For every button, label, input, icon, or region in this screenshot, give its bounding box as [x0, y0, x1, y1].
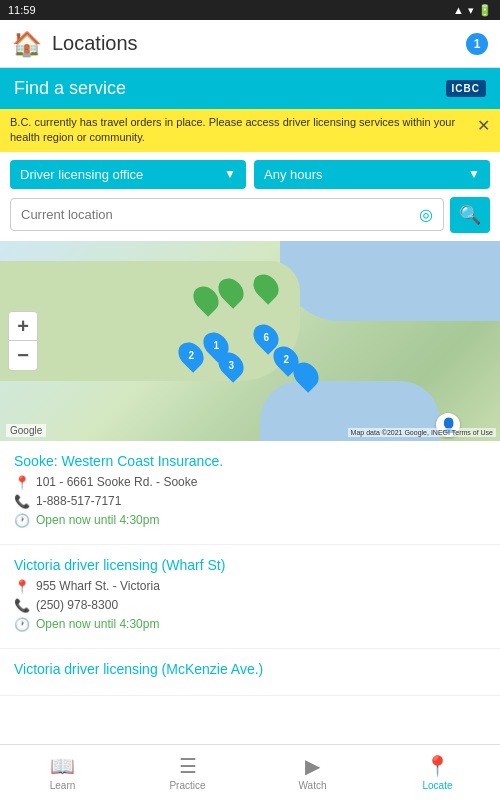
search-icon: 🔍 — [459, 204, 481, 226]
dropdowns-row: Driver licensing office ▼ Any hours ▼ — [0, 152, 500, 197]
result-phone[interactable]: 📞 (250) 978-8300 — [14, 598, 486, 613]
find-service-bar: Find a service ICBC — [0, 68, 500, 109]
notification-badge[interactable]: 1 — [466, 33, 488, 55]
location-icon: ◎ — [419, 205, 433, 224]
practice-label: Practice — [169, 780, 205, 791]
hours-dropdown[interactable]: Any hours ▼ — [254, 160, 490, 189]
warning-close-button[interactable]: ✕ — [477, 115, 490, 137]
map-area[interactable]: 2 1 6 3 2 + − Google 👤 Map data ©2021 Go… — [0, 241, 500, 441]
service-type-label: Driver licensing office — [20, 167, 143, 182]
status-icons: ▲ ▾ 🔋 — [453, 4, 492, 17]
wifi-icon: ▾ — [468, 4, 474, 17]
result-hours: 🕐 Open now until 4:30pm — [14, 513, 486, 528]
map-marker[interactable]: 3 — [220, 351, 242, 379]
result-name[interactable]: Sooke: Western Coast Insurance. — [14, 453, 486, 469]
results-list: Sooke: Western Coast Insurance. 📍 101 - … — [0, 441, 500, 749]
search-button[interactable]: 🔍 — [450, 197, 490, 233]
map-marker[interactable] — [220, 277, 242, 305]
bottom-nav: 📖 Learn ☰ Practice ▶ Watch 📍 Locate — [0, 744, 500, 800]
result-phone[interactable]: 📞 1-888-517-7171 — [14, 494, 486, 509]
service-type-dropdown[interactable]: Driver licensing office ▼ — [10, 160, 246, 189]
warning-text: B.C. currently has travel orders in plac… — [10, 115, 471, 146]
map-controls: + − — [8, 311, 38, 371]
zoom-out-button[interactable]: − — [8, 341, 38, 371]
map-water-top — [280, 241, 500, 321]
address-text: 955 Wharf St. - Victoria — [36, 579, 160, 593]
icbc-logo: ICBC — [446, 80, 486, 97]
hours-label: Any hours — [264, 167, 323, 182]
hours-text: Open now until 4:30pm — [36, 617, 159, 631]
map-background — [0, 241, 500, 441]
phone-icon: 📞 — [14, 494, 30, 509]
home-icon: 🏠 — [12, 30, 42, 58]
map-marker[interactable] — [255, 273, 277, 301]
map-marker[interactable] — [295, 361, 317, 389]
top-bar: 🏠 Locations 1 — [0, 20, 500, 68]
result-address: 📍 101 - 6661 Sooke Rd. - Sooke — [14, 475, 486, 490]
search-input[interactable] — [21, 207, 419, 222]
learn-icon: 📖 — [50, 754, 75, 778]
practice-icon: ☰ — [179, 754, 197, 778]
map-marker[interactable]: 6 — [255, 323, 277, 351]
google-attribution: Google — [6, 424, 46, 437]
zoom-in-button[interactable]: + — [8, 311, 38, 341]
watch-label: Watch — [299, 780, 327, 791]
phone-text: 1-888-517-7171 — [36, 494, 121, 508]
search-input-wrapper: ◎ — [10, 198, 444, 231]
signal-icon: ▲ — [453, 4, 464, 16]
find-service-label: Find a service — [14, 78, 126, 99]
phone-icon: 📞 — [14, 598, 30, 613]
result-name[interactable]: Victoria driver licensing (McKenzie Ave.… — [14, 661, 486, 677]
status-time: 11:59 — [8, 4, 36, 16]
phone-text: (250) 978-8300 — [36, 598, 118, 612]
result-address: 📍 955 Wharf St. - Victoria — [14, 579, 486, 594]
location-pin-icon: 📍 — [14, 579, 30, 594]
map-marker[interactable]: 2 — [180, 341, 202, 369]
nav-item-watch[interactable]: ▶ Watch — [250, 745, 375, 800]
result-item[interactable]: Victoria driver licensing (Wharf St) 📍 9… — [0, 545, 500, 649]
result-name[interactable]: Victoria driver licensing (Wharf St) — [14, 557, 486, 573]
warning-banner: B.C. currently has travel orders in plac… — [0, 109, 500, 152]
locate-label: Locate — [422, 780, 452, 791]
result-item[interactable]: Victoria driver licensing (McKenzie Ave.… — [0, 649, 500, 696]
map-terms: Map data ©2021 Google, INEGI Terms of Us… — [348, 428, 496, 437]
nav-item-locate[interactable]: 📍 Locate — [375, 745, 500, 800]
search-row: ◎ 🔍 — [0, 197, 500, 241]
address-text: 101 - 6661 Sooke Rd. - Sooke — [36, 475, 197, 489]
battery-icon: 🔋 — [478, 4, 492, 17]
page-title: Locations — [52, 32, 466, 55]
nav-item-practice[interactable]: ☰ Practice — [125, 745, 250, 800]
learn-label: Learn — [50, 780, 76, 791]
nav-item-learn[interactable]: 📖 Learn — [0, 745, 125, 800]
hours-arrow: ▼ — [468, 167, 480, 181]
result-item[interactable]: Sooke: Western Coast Insurance. 📍 101 - … — [0, 441, 500, 545]
locate-icon: 📍 — [425, 754, 450, 778]
location-pin-icon: 📍 — [14, 475, 30, 490]
result-hours: 🕐 Open now until 4:30pm — [14, 617, 486, 632]
clock-icon: 🕐 — [14, 617, 30, 632]
clock-icon: 🕐 — [14, 513, 30, 528]
hours-text: Open now until 4:30pm — [36, 513, 159, 527]
watch-icon: ▶ — [305, 754, 320, 778]
service-type-arrow: ▼ — [224, 167, 236, 181]
status-bar: 11:59 ▲ ▾ 🔋 — [0, 0, 500, 20]
map-marker[interactable] — [195, 285, 217, 313]
